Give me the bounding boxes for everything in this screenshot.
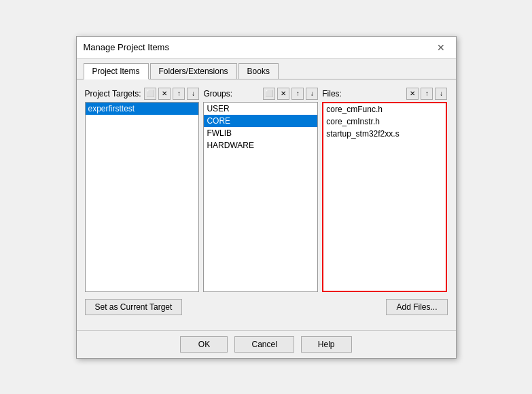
tab-bar: Project Items Folders/Extensions Books — [77, 59, 456, 79]
list-item[interactable]: core_cmFunc.h — [323, 103, 446, 115]
targets-header: Project Targets: ⬜ ✕ ↑ ↓ — [85, 88, 200, 100]
main-content: Project Targets: ⬜ ✕ ↑ ↓ experfirsttest … — [77, 79, 456, 330]
files-delete-btn[interactable]: ✕ — [406, 88, 419, 100]
files-label: Files: — [322, 89, 404, 98]
groups-down-btn[interactable]: ↓ — [306, 88, 318, 100]
ok-button[interactable]: OK — [180, 336, 228, 353]
manage-project-items-dialog: Manage Project Items ✕ Project Items Fol… — [76, 36, 457, 359]
groups-new-btn[interactable]: ⬜ — [263, 88, 275, 100]
targets-column: Project Targets: ⬜ ✕ ↑ ↓ experfirsttest — [85, 88, 200, 292]
tab-project-items[interactable]: Project Items — [84, 63, 149, 79]
list-item[interactable]: experfirsttest — [86, 103, 199, 115]
title-bar: Manage Project Items ✕ — [77, 37, 456, 59]
files-down-btn[interactable]: ↓ — [435, 88, 447, 100]
groups-column: Groups: ⬜ ✕ ↑ ↓ USER CORE FWLIB HARDWARE — [203, 88, 318, 292]
list-item[interactable]: CORE — [204, 115, 317, 127]
footer: OK Cancel Help — [77, 330, 456, 358]
files-header: Files: ✕ ↑ ↓ — [322, 88, 447, 100]
targets-up-btn[interactable]: ↑ — [173, 88, 185, 100]
groups-up-btn[interactable]: ↑ — [291, 88, 304, 100]
list-item[interactable]: FWLIB — [204, 127, 317, 139]
files-listbox[interactable]: core_cmFunc.h core_cmInstr.h startup_stm… — [322, 102, 447, 292]
groups-header: Groups: ⬜ ✕ ↑ ↓ — [203, 88, 318, 100]
targets-listbox[interactable]: experfirsttest — [85, 102, 200, 292]
files-column: Files: ✕ ↑ ↓ core_cmFunc.h core_cmInstr.… — [322, 88, 447, 292]
files-up-btn[interactable]: ↑ — [421, 88, 433, 100]
columns-container: Project Targets: ⬜ ✕ ↑ ↓ experfirsttest … — [85, 88, 448, 292]
bottom-row: Set as Current Target Add Files... — [85, 299, 448, 315]
groups-label: Groups: — [203, 89, 261, 98]
targets-delete-btn[interactable]: ✕ — [158, 88, 171, 100]
list-item[interactable]: core_cmInstr.h — [323, 115, 446, 128]
set-current-target-btn[interactable]: Set as Current Target — [85, 299, 183, 315]
targets-label: Project Targets: — [85, 89, 143, 98]
list-item[interactable]: HARDWARE — [204, 139, 317, 151]
help-button[interactable]: Help — [301, 336, 352, 353]
dialog-title: Manage Project Items — [84, 42, 169, 52]
targets-down-btn[interactable]: ↓ — [187, 88, 199, 100]
cancel-button[interactable]: Cancel — [234, 336, 294, 353]
tab-books[interactable]: Books — [238, 63, 279, 79]
targets-new-btn[interactable]: ⬜ — [144, 88, 156, 100]
add-files-btn[interactable]: Add Files... — [386, 299, 447, 315]
groups-listbox[interactable]: USER CORE FWLIB HARDWARE — [203, 102, 318, 292]
groups-delete-btn[interactable]: ✕ — [277, 88, 289, 100]
close-button[interactable]: ✕ — [433, 41, 449, 54]
tab-folders-extensions[interactable]: Folders/Extensions — [150, 63, 237, 79]
list-item[interactable]: startup_stm32f2xx.s — [323, 128, 446, 140]
list-item[interactable]: USER — [204, 103, 317, 115]
